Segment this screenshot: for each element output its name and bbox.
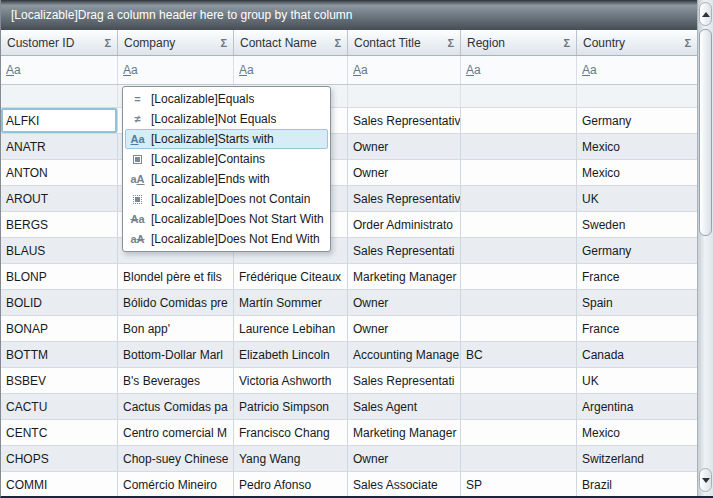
cell-country[interactable]: Sweden	[577, 212, 698, 237]
cell-country[interactable]: France	[577, 264, 698, 289]
table-row[interactable]: BLAUSSales RepresentatiGermany	[1, 238, 698, 264]
table-row[interactable]: BOTTMBottom-Dollar MarlElizabeth Lincoln…	[1, 342, 698, 368]
filter-cell-country[interactable]: Aa	[577, 56, 698, 84]
cell-contact-title[interactable]: Owner	[348, 160, 461, 185]
cell-id[interactable]: CHOPS	[1, 446, 118, 471]
cell-id[interactable]: ANATR	[1, 134, 118, 159]
cell-contact-title[interactable]: Marketing Manager	[348, 264, 461, 289]
menu-item-ends-with[interactable]: aA[Localizable]Ends with	[125, 169, 328, 189]
cell-contact-title[interactable]: Owner	[348, 446, 461, 471]
scroll-down-button[interactable]	[699, 468, 712, 492]
cell-id[interactable]: BSBEV	[1, 368, 118, 393]
cell-id[interactable]: BLAUS	[1, 238, 118, 263]
match-case-icon[interactable]: Aa	[582, 63, 597, 77]
cell-company[interactable]: B's Beverages	[118, 368, 234, 393]
cell-contact-title[interactable]: Sales Representativ	[348, 108, 461, 133]
cell-country[interactable]: Argentina	[577, 394, 698, 419]
menu-item-does-not-start-with[interactable]: Aa[Localizable]Does Not Start With	[125, 209, 328, 229]
filter-cell-contact-name[interactable]: Aa	[234, 56, 348, 84]
menu-item-contains[interactable]: [Localizable]Contains	[125, 149, 328, 169]
menu-item-does-not-contain[interactable]: [Localizable]Does not Contain	[125, 189, 328, 209]
sum-function-icon[interactable]: Σ	[220, 37, 227, 49]
cell-region[interactable]	[461, 368, 577, 393]
cell-id[interactable]: AROUT	[1, 186, 118, 211]
cell-contact-title[interactable]: Owner	[348, 290, 461, 315]
cell-contact-title[interactable]: Order Administrato	[348, 212, 461, 237]
cell-region[interactable]	[461, 290, 577, 315]
cell-country[interactable]: Mexico	[577, 134, 698, 159]
cell-country[interactable]: Germany	[577, 108, 698, 133]
cell-id[interactable]: COMMI	[1, 472, 118, 497]
cell-country[interactable]: Switzerland	[577, 446, 698, 471]
cell-region[interactable]: SP	[461, 472, 577, 497]
cell-region[interactable]	[461, 212, 577, 237]
cell-country[interactable]: UK	[577, 186, 698, 211]
sum-function-icon[interactable]: Σ	[684, 37, 691, 49]
cell-id[interactable]: BLONP	[1, 264, 118, 289]
cell-contact-title[interactable]: Owner	[348, 134, 461, 159]
cell-region[interactable]	[461, 160, 577, 185]
cell-company[interactable]: Centro comercial M	[118, 420, 234, 445]
cell-country[interactable]: Mexico	[577, 160, 698, 185]
cell-contact-name[interactable]: Laurence Lebihan	[234, 316, 348, 341]
menu-item-not-equals[interactable]: ≠[Localizable]Not Equals	[125, 109, 328, 129]
cell-id[interactable]: ANTON	[1, 160, 118, 185]
match-case-icon[interactable]: Aa	[466, 63, 481, 77]
cell-region[interactable]: BC	[461, 342, 577, 367]
cell-company[interactable]: Comércio Mineiro	[118, 472, 234, 497]
cell-id[interactable]: ALFKI	[1, 108, 118, 133]
filter-cell-company[interactable]: Aa	[118, 56, 234, 84]
table-row[interactable]: BSBEVB's BeveragesVictoria AshworthSales…	[1, 368, 698, 394]
cell-company[interactable]: Bólido Comidas pre	[118, 290, 234, 315]
cell-company[interactable]: Bottom-Dollar Marl	[118, 342, 234, 367]
table-row[interactable]: ALFKISales RepresentativGermany	[1, 108, 698, 134]
group-by-panel[interactable]: [Localizable]Drag a column header here t…	[1, 0, 698, 30]
match-case-icon[interactable]: Aa	[239, 63, 254, 77]
cell-contact-title[interactable]: Sales Associate	[348, 472, 461, 497]
cell-id[interactable]: CACTU	[1, 394, 118, 419]
cell-id[interactable]: BERGS	[1, 212, 118, 237]
cell-contact-title[interactable]: Sales Agent	[348, 394, 461, 419]
table-row[interactable]: ANTONOwnerMexico	[1, 160, 698, 186]
cell-region[interactable]	[461, 108, 577, 133]
vertical-scrollbar[interactable]	[697, 0, 713, 496]
match-case-icon[interactable]: Aa	[123, 63, 138, 77]
cell-contact-title[interactable]: Accounting Manage	[348, 342, 461, 367]
cell-id[interactable]: CENTC	[1, 420, 118, 445]
column-header-contact-name[interactable]: Contact NameΣ	[234, 30, 348, 55]
cell-region[interactable]	[461, 186, 577, 211]
new-item-cell[interactable]	[461, 85, 577, 107]
filter-cell-customer-id[interactable]: Aa	[1, 56, 118, 84]
cell-contact-name[interactable]: Francisco Chang	[234, 420, 348, 445]
cell-company[interactable]: Blondel père et fils	[118, 264, 234, 289]
filter-cell-contact-title[interactable]: Aa	[348, 56, 461, 84]
cell-contact-title[interactable]: Sales Representati	[348, 368, 461, 393]
sum-function-icon[interactable]: Σ	[334, 37, 341, 49]
sum-function-icon[interactable]: Σ	[447, 37, 454, 49]
cell-country[interactable]: Mexico	[577, 420, 698, 445]
column-header-company[interactable]: CompanyΣ	[118, 30, 234, 55]
cell-id[interactable]: BONAP	[1, 316, 118, 341]
cell-contact-name[interactable]: Victoria Ashworth	[234, 368, 348, 393]
cell-contact-name[interactable]: Martín Sommer	[234, 290, 348, 315]
new-item-cell[interactable]	[577, 85, 698, 107]
table-row[interactable]: BOLIDBólido Comidas preMartín SommerOwne…	[1, 290, 698, 316]
cell-contact-title[interactable]: Owner	[348, 316, 461, 341]
table-row[interactable]: BERGSOrder AdministratoSweden	[1, 212, 698, 238]
scrollbar-thumb[interactable]	[699, 29, 712, 236]
cell-region[interactable]	[461, 264, 577, 289]
table-row[interactable]: CACTUCactus Comidas paPatricio SimpsonSa…	[1, 394, 698, 420]
cell-contact-name[interactable]: Yang Wang	[234, 446, 348, 471]
cell-contact-title[interactable]: Sales Representati	[348, 238, 461, 263]
table-row[interactable]: COMMIComércio MineiroPedro AfonsoSales A…	[1, 472, 698, 498]
cell-region[interactable]	[461, 134, 577, 159]
menu-item-does-not-end-with[interactable]: aA[Localizable]Does Not End With	[125, 229, 328, 249]
cell-region[interactable]	[461, 316, 577, 341]
cell-contact-name[interactable]: Frédérique Citeaux	[234, 264, 348, 289]
cell-company[interactable]: Cactus Comidas pa	[118, 394, 234, 419]
cell-contact-title[interactable]: Sales Representativ	[348, 186, 461, 211]
menu-item-starts-with[interactable]: Aa[Localizable]Starts with	[125, 129, 328, 149]
cell-company[interactable]: Chop-suey Chinese	[118, 446, 234, 471]
new-item-cell[interactable]	[1, 85, 118, 107]
cell-country[interactable]: Spain	[577, 290, 698, 315]
